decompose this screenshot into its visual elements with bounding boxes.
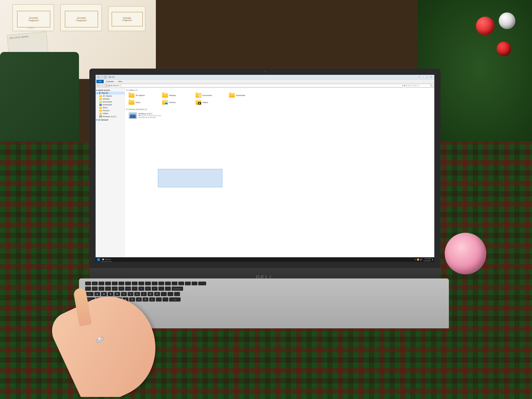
sidebar-desktop[interactable]: Desktop — [95, 97, 125, 100]
drive-progress-fill — [139, 115, 140, 116]
ring — [95, 336, 105, 343]
system-tray: ▲ 📶 🔊 — [414, 259, 422, 261]
folder-documents[interactable]: ≡ Documents — [195, 93, 227, 98]
box2-label: AromaticFragrance — [65, 11, 98, 27]
screen-bezel: ← → ↑ This PC ? – □ ✕ — [89, 69, 441, 268]
file-explorer: ← → ↑ This PC ? – □ ✕ — [95, 75, 434, 262]
ribbon: File Computer View — [95, 79, 434, 83]
silver-ornament — [499, 13, 515, 29]
search-icon: 🔍 — [430, 85, 432, 87]
folder-downloads[interactable]: ↓ Downloads — [228, 93, 260, 98]
ribbon-tabs: File Computer View — [95, 79, 434, 83]
box1: AromaticFragrance scented — [13, 4, 54, 31]
tab-view[interactable]: View — [116, 80, 124, 83]
drive-free-space: 449 GB free of 476 GB — [138, 117, 161, 119]
background: AromaticFragrance scented AromaticFragra… — [0, 0, 532, 399]
drive-info: Windows 10 (C:) 449 GB free of 476 GB — [138, 113, 161, 119]
sidebar-network[interactable]: ▶ 🌐 Network — [95, 118, 125, 121]
sidebar-this-pc[interactable]: ▼ 💻 This PC — [95, 92, 125, 95]
laptop: ← → ↑ This PC ? – □ ✕ — [89, 69, 441, 287]
title-bar: ← → ↑ This PC ? – □ ✕ — [95, 75, 434, 79]
folder-music-label: Music — [135, 101, 140, 103]
addr-up[interactable]: ↑ — [105, 84, 108, 87]
addr-path-box[interactable] — [121, 84, 402, 87]
sidebar-downloads[interactable]: Downloads — [95, 103, 125, 106]
window-controls: ? – □ ✕ — [418, 76, 433, 79]
sidebar: ▶ Quick access ▼ 💻 This PC — [95, 88, 125, 257]
red-ornament1 — [476, 17, 494, 35]
folder-videos[interactable]: Videos — [195, 100, 227, 105]
tab-computer[interactable]: Computer — [104, 80, 116, 83]
folder-videos-label: Videos — [203, 101, 208, 103]
search-placeholder: Search This PC — [407, 85, 419, 86]
red-ornament2 — [497, 42, 511, 56]
folder-3d-label: 3D Objects — [135, 94, 145, 96]
folders-section-header: ▼ Folders (7) — [126, 89, 433, 91]
tray-volume-icon: 🔊 — [420, 259, 422, 261]
folder-pictures[interactable]: Pictures — [161, 100, 193, 105]
index-finger — [73, 287, 92, 326]
breadcrumb-path: ▶ ⊞ This PC — [109, 85, 119, 86]
taskbar-right: ▲ 📶 🔊 5:12 PM 11/18/2024 ▮ — [414, 258, 433, 262]
minimize-btn[interactable]: – — [421, 76, 425, 79]
taskbar: ⊞ 📁 This PC ▲ 📶 🔊 — [95, 257, 434, 262]
up-btn[interactable]: ↑ — [104, 76, 107, 79]
back-btn[interactable]: ← — [97, 76, 100, 79]
ring-gem — [98, 337, 101, 340]
addr-nav-btns: ← → ↑ — [96, 84, 108, 87]
hand — [46, 282, 173, 397]
forward-btn[interactable]: → — [100, 76, 103, 79]
folders-grid: 3D Objects Desktop — [126, 93, 433, 105]
tab-file[interactable]: File — [96, 80, 104, 83]
box1-label: AromaticFragrance — [17, 11, 50, 27]
title-bar-nav: ← → ↑ — [97, 76, 107, 79]
sidebar-quick-access[interactable]: ▶ Quick access — [95, 89, 125, 92]
addr-forward[interactable]: → — [101, 84, 104, 87]
sidebar-videos[interactable]: Videos — [95, 112, 125, 115]
main-panel: ▼ Folders (7) — [125, 88, 434, 257]
folder-pictures-label: Pictures — [169, 101, 176, 103]
time-date[interactable]: 5:12 PM 11/18/2024 — [424, 258, 431, 262]
drives-header-text: Devices and drives (1) — [128, 108, 147, 110]
taskbar-time: 5:12 PM — [424, 258, 431, 260]
sidebar-music[interactable]: Music — [95, 106, 125, 109]
selection-rectangle — [158, 169, 222, 187]
sidebar-pictures[interactable]: Pictures — [95, 109, 125, 112]
box1-sublabel: scented — [27, 27, 34, 29]
title-path: This PC — [108, 76, 115, 78]
box3-label: AromaticFragrance — [112, 12, 143, 26]
box4-text: DELICATE AROMA — [7, 32, 47, 41]
folder-documents-label: Documents — [203, 94, 212, 96]
folder-downloads-label: Downloads — [236, 94, 245, 96]
hand-area — [42, 280, 187, 397]
sidebar-documents[interactable]: Documents — [95, 100, 125, 103]
maximize-btn[interactable]: □ — [425, 76, 429, 79]
sidebar-3d-objects[interactable]: 3D Objects — [95, 95, 125, 97]
drives-section-header: ▼ Devices and drives (1) — [126, 108, 433, 110]
search-box[interactable]: Search This PC 🔍 — [406, 84, 433, 87]
webcam — [263, 71, 267, 72]
key-delete[interactable] — [198, 282, 206, 285]
refresh-btn[interactable]: ⟳ — [403, 84, 406, 87]
key-insert[interactable] — [192, 282, 197, 285]
drive-progress-bar — [138, 115, 161, 116]
help-btn[interactable]: ? — [418, 76, 421, 79]
start-btn[interactable]: ⊞ — [97, 258, 100, 261]
folder-desktop-label: Desktop — [169, 94, 176, 96]
tray-arrow[interactable]: ▲ — [414, 259, 416, 260]
folder-music[interactable]: ♪ Music — [128, 100, 160, 105]
folder-3d-objects[interactable]: 3D Objects — [128, 93, 160, 98]
show-desktop-btn[interactable]: ▮ — [432, 259, 433, 261]
box3: AromaticFragrance — [108, 6, 146, 31]
addr-back[interactable]: ← — [96, 84, 100, 87]
folder-desktop[interactable]: Desktop — [161, 93, 193, 98]
screen-content: ← → ↑ This PC ? – □ ✕ — [95, 75, 434, 262]
taskbar-explorer-item[interactable]: 📁 This PC — [101, 258, 112, 262]
taskbar-date: 11/18/2024 — [424, 260, 431, 262]
drive-windows10[interactable]: Windows 10 (C:) 449 GB free of 476 GB — [126, 112, 433, 120]
drive-label: Windows 10 (C:) — [138, 113, 161, 115]
box2: AromaticFragrance — [60, 4, 102, 31]
folders-header-text: Folders (7) — [128, 89, 138, 91]
close-btn[interactable]: ✕ — [429, 76, 433, 79]
sidebar-windows10c[interactable]: 💾 Windows 10 (C:) — [95, 115, 125, 118]
